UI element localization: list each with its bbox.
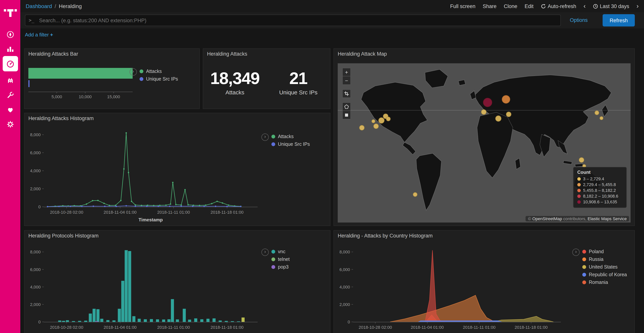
svg-text:6,000: 6,000 xyxy=(30,267,41,272)
legend-dot xyxy=(582,280,586,284)
options-link[interactable]: Options xyxy=(570,17,588,23)
map-marker[interactable] xyxy=(481,109,486,115)
top-navigation-bar: Dashboard / Heralding Full screen Share … xyxy=(20,0,644,12)
map-fit-data-button[interactable] xyxy=(342,89,351,98)
svg-text:2018-10-28 02:00: 2018-10-28 02:00 xyxy=(50,210,84,215)
legend-collapse-icon[interactable]: › xyxy=(262,249,269,256)
country-area-chart: 02,0004,0006,0008,0002018-10-28 02:00201… xyxy=(335,241,566,333)
legend-dot xyxy=(577,194,581,198)
clone-button[interactable]: Clone xyxy=(504,3,518,9)
sidebar-item-discover[interactable] xyxy=(3,27,18,42)
svg-text:Timestamp: Timestamp xyxy=(445,332,469,333)
map-marker[interactable] xyxy=(413,192,417,197)
legend-collapse-icon[interactable]: › xyxy=(262,134,269,141)
svg-text:4,000: 4,000 xyxy=(30,168,41,173)
legend-item[interactable]: vnc xyxy=(272,249,333,254)
world-map[interactable]: + − Co xyxy=(338,63,630,222)
legend-dot xyxy=(272,257,275,261)
time-back-icon[interactable]: ‹ xyxy=(584,4,586,9)
legend-item[interactable]: Republic of Korea xyxy=(582,272,634,277)
map-marker[interactable] xyxy=(579,157,584,163)
telekom-t-icon xyxy=(2,4,18,19)
panel-title[interactable]: Heralding Attacks Histogram xyxy=(24,113,330,123)
breadcrumb: Dashboard / Heralding xyxy=(26,3,450,9)
map-marker[interactable] xyxy=(495,116,501,122)
panel-title[interactable]: Heralding - Attacks by Country Histogram xyxy=(334,231,634,240)
full-screen-button[interactable]: Full screen xyxy=(450,3,475,9)
map-marker[interactable] xyxy=(386,117,390,121)
search-input[interactable] xyxy=(25,15,561,26)
svg-text:2018-11-11 01:00: 2018-11-11 01:00 xyxy=(463,325,496,330)
legend-dot xyxy=(582,257,586,261)
legend-collapse-icon[interactable]: › xyxy=(572,249,580,256)
legend-item[interactable]: pop3 xyxy=(272,264,333,270)
legend-item[interactable]: 3 – 2,729.4 xyxy=(577,176,622,181)
sidebar-item-devtools[interactable] xyxy=(3,88,18,103)
legend-label: 8,182.2 – 10,908.6 xyxy=(583,194,618,198)
svg-text:2018-11-18 01:00: 2018-11-18 01:00 xyxy=(211,210,244,215)
telekom-logo[interactable] xyxy=(0,3,20,20)
map-marker[interactable] xyxy=(483,98,492,107)
time-forward-icon[interactable]: › xyxy=(636,4,639,9)
svg-text:10,000: 10,000 xyxy=(79,94,92,99)
legend-item[interactable]: 8,182.2 – 10,908.6 xyxy=(577,194,622,198)
breadcrumb-dashboard-link[interactable]: Dashboard xyxy=(26,3,52,9)
legend-label: Romania xyxy=(589,280,608,285)
legend-item[interactable]: Poland xyxy=(582,249,634,254)
legend-item[interactable]: Romania xyxy=(582,280,634,285)
map-attribution: © OpenStreetMap contributors, Elastic Ma… xyxy=(526,216,629,221)
legend-dot xyxy=(577,189,581,192)
map-marker[interactable] xyxy=(373,124,379,129)
panel-attacks-by-country-histogram: Heralding - Attacks by Country Histogram… xyxy=(334,230,635,333)
time-range-button[interactable]: Last 30 days xyxy=(593,3,629,9)
edit-button[interactable]: Edit xyxy=(524,3,534,9)
sidebar-item-tpot[interactable] xyxy=(3,73,18,88)
legend-item[interactable]: 10,908.6 – 13,635 xyxy=(577,199,622,204)
map-polygon-tool-button[interactable] xyxy=(342,102,351,111)
panel-title[interactable]: Heralding Attacks xyxy=(203,49,330,59)
panel-heralding-attack-map: Heralding Attack Map xyxy=(334,48,635,226)
map-rectangle-tool-button[interactable] xyxy=(342,111,351,119)
svg-text:0: 0 xyxy=(348,319,350,324)
add-filter-link[interactable]: Add a filter + xyxy=(25,32,53,38)
legend-collapse-icon[interactable]: › xyxy=(130,68,137,76)
map-marker[interactable] xyxy=(359,125,364,130)
sidebar-item-monitoring[interactable] xyxy=(3,102,18,117)
sidebar-item-visualize[interactable] xyxy=(3,42,18,57)
auto-refresh-button[interactable]: Auto-refresh xyxy=(541,3,576,9)
map-marker[interactable] xyxy=(502,95,510,104)
legend-item[interactable]: Unique Src IPs xyxy=(272,142,333,147)
legend-item[interactable]: Russia xyxy=(582,257,634,262)
svg-text:0: 0 xyxy=(38,204,41,209)
share-button[interactable]: Share xyxy=(482,3,496,9)
panel-title[interactable]: Heralding Attacks Bar xyxy=(24,49,199,59)
elastic-maps-service-link[interactable]: Elastic Maps Service xyxy=(588,216,627,221)
refresh-button[interactable]: Refresh xyxy=(602,14,635,27)
legend-item[interactable]: Unique Src IPs xyxy=(140,76,201,82)
map-marker[interactable] xyxy=(372,120,375,123)
map-zoom-out-button[interactable]: − xyxy=(342,76,351,85)
legend-item[interactable]: telnet xyxy=(272,257,333,262)
legend-item[interactable]: United States xyxy=(582,264,634,270)
chart-legend: › PolandRussiaUnited StatesRepublic of K… xyxy=(582,249,634,287)
legend-item[interactable]: Attacks xyxy=(272,134,333,139)
legend-item[interactable]: 2,729.4 – 5,455.8 xyxy=(577,182,622,187)
svg-text:0: 0 xyxy=(38,319,41,324)
sidebar-item-dashboard[interactable] xyxy=(3,56,18,71)
map-marker[interactable] xyxy=(378,118,384,124)
map-marker[interactable] xyxy=(506,112,511,117)
map-marker[interactable] xyxy=(599,116,603,120)
polygon-icon xyxy=(344,104,349,109)
openstreetmap-link[interactable]: OpenStreetMap xyxy=(532,216,562,221)
legend-item[interactable]: Attacks xyxy=(140,69,201,74)
map-marker[interactable] xyxy=(594,110,599,115)
svg-text:4,000: 4,000 xyxy=(30,285,41,289)
map-zoom-controls: + − xyxy=(342,68,351,85)
sidebar-item-management[interactable] xyxy=(3,117,18,132)
legend-label: Poland xyxy=(589,249,604,254)
panel-title[interactable]: Heralding Protocols Histogram xyxy=(24,231,330,240)
legend-item[interactable]: 5,455.8 – 8,182.2 xyxy=(577,188,622,193)
panel-title[interactable]: Heralding Attack Map xyxy=(334,49,634,59)
plus-icon: + xyxy=(50,32,53,38)
map-zoom-in-button[interactable]: + xyxy=(342,68,351,76)
